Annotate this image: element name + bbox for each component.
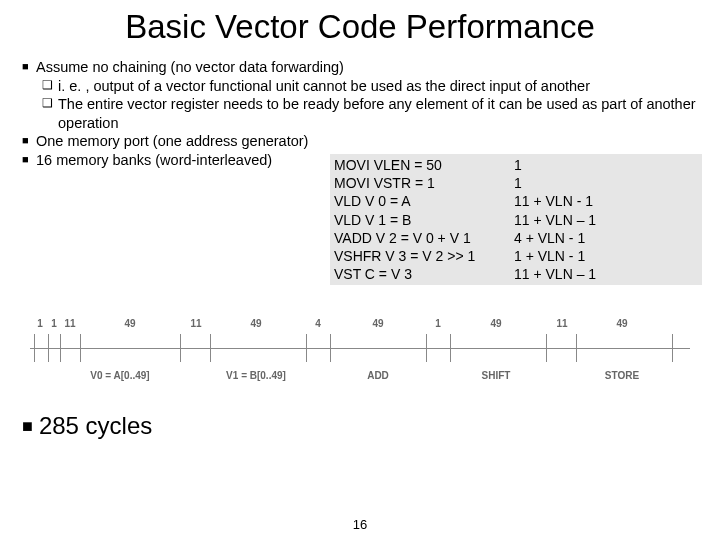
code-instr: VLD V 1 = B xyxy=(334,211,514,229)
code-cycles: 11 + VLN - 1 xyxy=(514,192,698,210)
timeline-tick xyxy=(546,334,547,362)
code-cycles: 11 + VLN – 1 xyxy=(514,265,698,283)
code-instr: MOVI VSTR = 1 xyxy=(334,174,514,192)
timeline-number: 1 xyxy=(51,318,57,329)
timeline-number: 49 xyxy=(616,318,627,329)
timeline-tick xyxy=(80,334,81,362)
timeline-label: V0 = A[0..49] xyxy=(90,370,149,381)
timeline-label: V1 = B[0..49] xyxy=(226,370,286,381)
code-instr: VLD V 0 = A xyxy=(334,192,514,210)
timeline-number: 4 xyxy=(315,318,321,329)
timeline-diagram: 11114911494491491149V0 = A[0..49]V1 = B[… xyxy=(30,310,690,390)
timeline-tick xyxy=(60,334,61,362)
bullet-content: Assume no chaining (no vector data forwa… xyxy=(0,58,720,169)
timeline-tick xyxy=(672,334,673,362)
code-instr: VADD V 2 = V 0 + V 1 xyxy=(334,229,514,247)
square-bullet-icon xyxy=(22,151,36,170)
code-cycles: 1 xyxy=(514,174,698,192)
code-cycles: 1 + VLN - 1 xyxy=(514,247,698,265)
timeline-number: 1 xyxy=(435,318,441,329)
bullet-text: The entire vector register needs to be r… xyxy=(58,95,698,132)
code-box: MOVI VLEN = 501 MOVI VSTR = 11 VLD V 0 =… xyxy=(330,154,702,285)
timeline-label: SHIFT xyxy=(482,370,511,381)
timeline-tick xyxy=(576,334,577,362)
code-cycles: 1 xyxy=(514,156,698,174)
timeline-tick xyxy=(34,334,35,362)
code-cycles: 4 + VLN - 1 xyxy=(514,229,698,247)
code-instr: VST C = V 3 xyxy=(334,265,514,283)
timeline-number: 49 xyxy=(250,318,261,329)
timeline-tick xyxy=(210,334,211,362)
bullet-text: Assume no chaining (no vector data forwa… xyxy=(36,58,698,77)
timeline-tick xyxy=(426,334,427,362)
hollow-square-bullet-icon xyxy=(42,95,58,132)
timeline-number: 11 xyxy=(556,318,567,329)
code-instr: VSHFR V 3 = V 2 >> 1 xyxy=(334,247,514,265)
code-cycles: 11 + VLN – 1 xyxy=(514,211,698,229)
timeline-tick xyxy=(180,334,181,362)
timeline-tick xyxy=(48,334,49,362)
timeline-number: 49 xyxy=(490,318,501,329)
square-bullet-icon xyxy=(22,132,36,151)
timeline-number: 49 xyxy=(124,318,135,329)
timeline-number: 11 xyxy=(64,318,75,329)
page-number: 16 xyxy=(0,517,720,532)
bullet-text: One memory port (one address generator) xyxy=(36,132,698,151)
cycles-total: 285 cycles xyxy=(39,412,152,439)
timeline-tick xyxy=(330,334,331,362)
timeline-tick xyxy=(306,334,307,362)
square-bullet-icon xyxy=(22,58,36,77)
timeline-number: 11 xyxy=(190,318,201,329)
timeline-number: 49 xyxy=(372,318,383,329)
timeline-tick xyxy=(450,334,451,362)
hollow-square-bullet-icon xyxy=(42,77,58,96)
timeline-label: ADD xyxy=(367,370,389,381)
slide-title: Basic Vector Code Performance xyxy=(0,0,720,58)
timeline-axis xyxy=(30,348,690,349)
bullet-text: i. e. , output of a vector functional un… xyxy=(58,77,698,96)
square-bullet-icon xyxy=(22,412,39,439)
timeline-number: 1 xyxy=(37,318,43,329)
result-text: 285 cycles xyxy=(22,412,152,440)
timeline-label: STORE xyxy=(605,370,639,381)
code-instr: MOVI VLEN = 50 xyxy=(334,156,514,174)
